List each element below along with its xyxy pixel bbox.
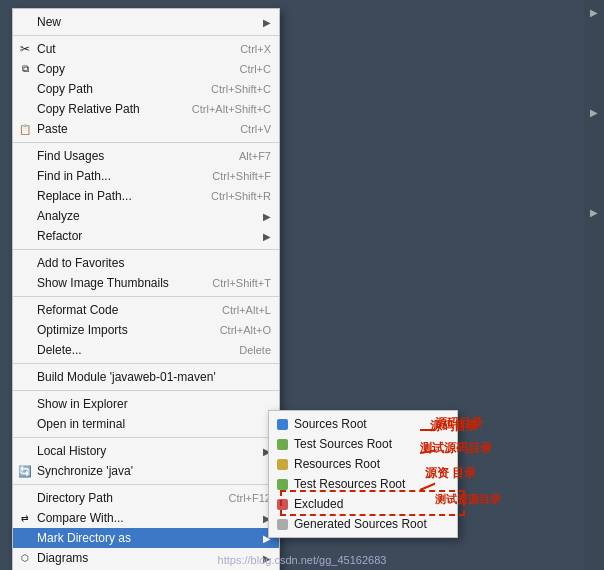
menu-item-replace-in-path-label: Replace in Path... <box>37 189 132 203</box>
menu-item-directory-path-shortcut: Ctrl+F12 <box>229 492 272 504</box>
menu-item-open-in-terminal[interactable]: Open in terminal <box>13 414 279 434</box>
menu-item-compare-with-label: Compare With... <box>37 511 124 525</box>
menu-item-reformat-code-label: Reformat Code <box>37 303 118 317</box>
menu-item-local-history[interactable]: Local History ▶ <box>13 441 279 461</box>
menu-item-copy[interactable]: ⧉ Copy Ctrl+C <box>13 59 279 79</box>
menu-item-delete-shortcut: Delete <box>239 344 271 356</box>
menu-item-copy-relative-path[interactable]: Copy Relative Path Ctrl+Alt+Shift+C <box>13 99 279 119</box>
menu-item-delete[interactable]: Delete... Delete <box>13 340 279 360</box>
menu-item-find-usages[interactable]: Find Usages Alt+F7 <box>13 146 279 166</box>
side-bar: ▶ ▶ ▶ <box>584 0 604 570</box>
annotation-test-sources-label: 测试源码目录 <box>420 440 492 457</box>
menu-item-cut[interactable]: ✂ Cut Ctrl+X <box>13 39 279 59</box>
submenu-item-test-sources-root-label: Test Sources Root <box>294 437 392 451</box>
menu-item-mark-directory-as-label: Mark Directory as <box>37 531 131 545</box>
menu-item-find-usages-label: Find Usages <box>37 149 104 163</box>
menu-item-build-module-label: Build Module 'javaweb-01-maven' <box>37 370 216 384</box>
menu-item-new-arrow: ▶ <box>263 17 271 28</box>
menu-item-copy-path[interactable]: Copy Path Ctrl+Shift+C <box>13 79 279 99</box>
menu-item-paste[interactable]: 📋 Paste Ctrl+V <box>13 119 279 139</box>
side-bar-item-2: ▶ <box>584 102 604 122</box>
menu-item-find-in-path-label: Find in Path... <box>37 169 111 183</box>
menu-item-build-module[interactable]: Build Module 'javaweb-01-maven' <box>13 367 279 387</box>
divider-6 <box>13 390 279 391</box>
submenu-item-generated-sources-root-label: Generated Sources Root <box>294 517 427 531</box>
context-menu: New ▶ ✂ Cut Ctrl+X ⧉ Copy Ctrl+C Copy Pa… <box>12 8 280 570</box>
divider-3 <box>13 249 279 250</box>
menu-item-copy-relative-path-shortcut: Ctrl+Alt+Shift+C <box>192 103 271 115</box>
annotation-sources-label: 源码目录 <box>435 415 483 432</box>
annotation-resources-label: 源资 目录 <box>425 465 476 482</box>
menu-item-diagrams-label: Diagrams <box>37 551 88 565</box>
submenu-item-test-resources-root-label: Test Resources Root <box>294 477 405 491</box>
compare-icon: ⇄ <box>17 510 33 526</box>
menu-item-directory-path[interactable]: Directory Path Ctrl+F12 <box>13 488 279 508</box>
watermark: https://blog.csdn.net/gg_45162683 <box>218 554 387 566</box>
submenu-item-sources-root[interactable]: Sources Root <box>269 414 457 434</box>
menu-item-refactor-arrow: ▶ <box>263 231 271 242</box>
menu-item-paste-label: Paste <box>37 122 68 136</box>
menu-item-refactor[interactable]: Refactor ▶ <box>13 226 279 246</box>
menu-item-copy-path-shortcut: Ctrl+Shift+C <box>211 83 271 95</box>
menu-item-analyze[interactable]: Analyze ▶ <box>13 206 279 226</box>
sync-icon: 🔄 <box>17 463 33 479</box>
menu-item-find-in-path[interactable]: Find in Path... Ctrl+Shift+F <box>13 166 279 186</box>
menu-item-open-in-terminal-label: Open in terminal <box>37 417 125 431</box>
menu-item-synchronize[interactable]: 🔄 Synchronize 'java' <box>13 461 279 481</box>
menu-item-refactor-label: Refactor <box>37 229 82 243</box>
menu-item-show-image-thumbnails-label: Show Image Thumbnails <box>37 276 169 290</box>
divider-2 <box>13 142 279 143</box>
menu-item-optimize-imports-label: Optimize Imports <box>37 323 128 337</box>
test-resources-root-dot <box>277 479 288 490</box>
divider-7 <box>13 437 279 438</box>
submenu-item-generated-sources-root[interactable]: Generated Sources Root <box>269 514 457 534</box>
cut-icon: ✂ <box>17 41 33 57</box>
menu-item-show-image-thumbnails-shortcut: Ctrl+Shift+T <box>212 277 271 289</box>
divider-8 <box>13 484 279 485</box>
menu-item-cut-shortcut: Ctrl+X <box>240 43 271 55</box>
menu-item-replace-in-path[interactable]: Replace in Path... Ctrl+Shift+R <box>13 186 279 206</box>
generated-sources-root-dot <box>277 519 288 530</box>
menu-item-add-to-favorites[interactable]: Add to Favorites <box>13 253 279 273</box>
menu-item-delete-label: Delete... <box>37 343 82 357</box>
menu-item-find-usages-shortcut: Alt+F7 <box>239 150 271 162</box>
menu-item-find-in-path-shortcut: Ctrl+Shift+F <box>212 170 271 182</box>
menu-item-mark-directory-as[interactable]: Mark Directory as ▶ <box>13 528 279 548</box>
menu-item-optimize-imports-shortcut: Ctrl+Alt+O <box>220 324 271 336</box>
copy-icon: ⧉ <box>17 61 33 77</box>
resources-root-dot <box>277 459 288 470</box>
menu-item-new[interactable]: New ▶ <box>13 12 279 32</box>
diagram-icon: ⬡ <box>17 550 33 566</box>
menu-item-show-in-explorer-label: Show in Explorer <box>37 397 128 411</box>
menu-item-analyze-label: Analyze <box>37 209 80 223</box>
sources-root-dot <box>277 419 288 430</box>
side-bar-item: ▶ <box>584 2 604 22</box>
divider-4 <box>13 296 279 297</box>
test-sources-root-dot <box>277 439 288 450</box>
menu-item-reformat-code-shortcut: Ctrl+Alt+L <box>222 304 271 316</box>
annotation-test-resources-label: 测试资源目录 <box>435 492 501 507</box>
menu-item-reformat-code[interactable]: Reformat Code Ctrl+Alt+L <box>13 300 279 320</box>
menu-item-analyze-arrow: ▶ <box>263 211 271 222</box>
menu-item-add-to-favorites-label: Add to Favorites <box>37 256 124 270</box>
menu-item-local-history-label: Local History <box>37 444 106 458</box>
menu-item-copy-label: Copy <box>37 62 65 76</box>
menu-item-show-image-thumbnails[interactable]: Show Image Thumbnails Ctrl+Shift+T <box>13 273 279 293</box>
submenu-item-resources-root-label: Resources Root <box>294 457 380 471</box>
menu-item-synchronize-label: Synchronize 'java' <box>37 464 133 478</box>
menu-item-cut-label: Cut <box>37 42 56 56</box>
menu-item-compare-with[interactable]: ⇄ Compare With... ▶ <box>13 508 279 528</box>
divider-1 <box>13 35 279 36</box>
menu-item-optimize-imports[interactable]: Optimize Imports Ctrl+Alt+O <box>13 320 279 340</box>
menu-item-replace-in-path-shortcut: Ctrl+Shift+R <box>211 190 271 202</box>
menu-item-paste-shortcut: Ctrl+V <box>240 123 271 135</box>
side-bar-item-3: ▶ <box>584 202 604 222</box>
paste-icon: 📋 <box>17 121 33 137</box>
menu-item-copy-path-label: Copy Path <box>37 82 93 96</box>
menu-item-show-in-explorer[interactable]: Show in Explorer <box>13 394 279 414</box>
menu-item-directory-path-label: Directory Path <box>37 491 113 505</box>
menu-item-copy-relative-path-label: Copy Relative Path <box>37 102 140 116</box>
menu-item-new-label: New <box>37 15 61 29</box>
divider-5 <box>13 363 279 364</box>
submenu-item-sources-root-label: Sources Root <box>294 417 367 431</box>
